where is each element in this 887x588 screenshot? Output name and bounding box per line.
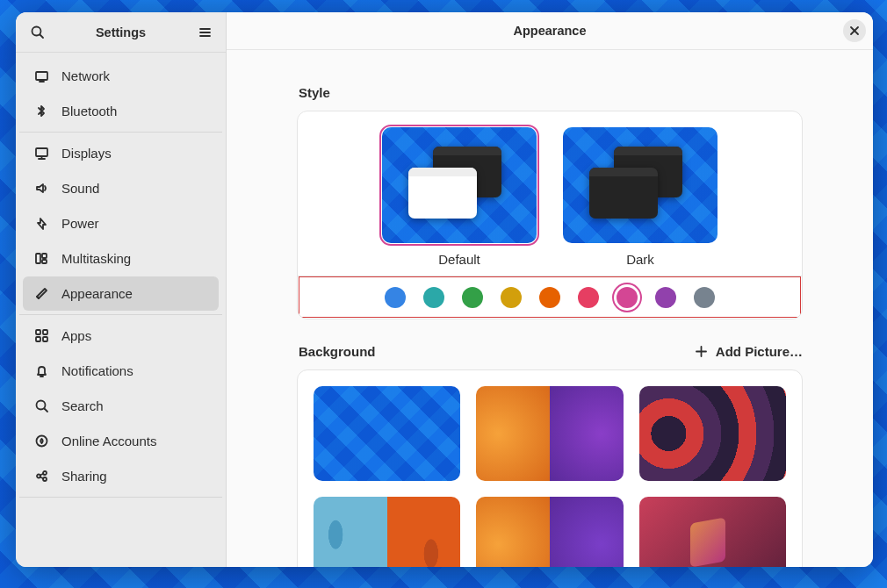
sidebar-item-label: Network [61, 68, 110, 83]
sidebar-item-search[interactable]: Search [23, 389, 219, 423]
appearance-icon [33, 286, 49, 301]
wallpaper-grid [298, 370, 802, 567]
sidebar-item-multitasking[interactable]: Multitasking [23, 241, 219, 276]
sidebar-item-online-accounts[interactable]: Online Accounts [23, 424, 219, 458]
sidebar-item-displays[interactable]: Displays [23, 136, 219, 170]
sidebar-item-label: Sound [61, 181, 99, 196]
style-previews: Default Dark [298, 111, 802, 276]
power-icon [33, 216, 49, 231]
wallpaper-orange-purple-blur[interactable] [476, 386, 623, 481]
sidebar-divider [19, 314, 222, 315]
style-thumb-dark [563, 127, 718, 243]
svg-rect-14 [36, 330, 40, 334]
accent-color-row [298, 276, 802, 319]
svg-line-26 [40, 477, 43, 479]
search-button[interactable] [23, 18, 51, 47]
wallpaper-amber-purple[interactable] [476, 497, 623, 567]
search-icon [33, 398, 49, 413]
sidebar-item-label: Displays [61, 146, 112, 161]
displays-icon [33, 146, 49, 161]
accent-color-green[interactable] [462, 287, 483, 308]
sidebar-title: Settings [51, 25, 191, 39]
svg-rect-5 [36, 72, 47, 80]
accent-color-teal[interactable] [423, 287, 444, 308]
accent-color-yellow[interactable] [501, 287, 522, 308]
wallpaper-pills[interactable] [314, 497, 460, 567]
svg-rect-10 [36, 254, 40, 263]
style-section-title: Style [299, 85, 803, 100]
settings-window: Settings NetworkBluetoothDisplaysSoundPo… [16, 12, 873, 567]
apps-icon [33, 328, 49, 343]
svg-line-25 [40, 474, 43, 476]
sidebar-item-notifications[interactable]: Notifications [23, 354, 219, 388]
sound-icon [33, 181, 49, 196]
sidebar-divider [19, 497, 222, 498]
background-card [297, 369, 803, 567]
background-header: Background Add Picture… [299, 344, 803, 359]
svg-point-21 [36, 436, 47, 447]
network-icon [33, 68, 49, 83]
bluetooth-icon [33, 104, 49, 118]
style-option-dark[interactable]: Dark [563, 127, 718, 267]
sharing-icon [33, 469, 49, 484]
wallpaper-dark-waves[interactable] [639, 386, 786, 481]
sidebar-list: NetworkBluetoothDisplaysSoundPowerMultit… [16, 53, 226, 506]
accent-color-pink[interactable] [617, 287, 638, 308]
sidebar-item-label: Power [61, 216, 99, 231]
content-header: Appearance [227, 12, 873, 50]
style-label-dark: Dark [563, 252, 718, 267]
sidebar-item-power[interactable]: Power [23, 206, 219, 240]
sidebar-item-label: Online Accounts [61, 434, 156, 448]
content-body: Style Default [227, 50, 873, 567]
sidebar-item-label: Appearance [61, 286, 133, 301]
hamburger-icon [198, 25, 213, 39]
svg-rect-7 [36, 148, 47, 156]
style-card: Default Dark [297, 111, 803, 319]
style-label-default: Default [382, 252, 537, 267]
accent-color-red[interactable] [578, 287, 599, 308]
sidebar-item-network[interactable]: Network [23, 59, 219, 93]
svg-rect-11 [42, 254, 47, 258]
accent-color-slate[interactable] [694, 287, 715, 308]
sidebar-item-label: Sharing [61, 469, 107, 484]
sidebar-item-label: Multitasking [61, 251, 131, 266]
multitasking-icon [33, 251, 49, 266]
add-picture-label: Add Picture… [716, 344, 803, 359]
wallpaper-glass[interactable] [639, 497, 786, 567]
accent-color-blue[interactable] [385, 287, 406, 308]
close-icon [849, 25, 860, 36]
search-icon [30, 25, 45, 39]
sidebar-item-label: Apps [61, 328, 91, 343]
svg-rect-12 [42, 260, 47, 263]
wallpaper-blue-triangles[interactable] [314, 386, 460, 481]
sidebar-header: Settings [16, 12, 226, 53]
background-section-title: Background [299, 344, 376, 359]
online-accounts-icon [33, 434, 49, 448]
svg-rect-16 [36, 337, 40, 341]
notifications-icon [33, 363, 49, 378]
svg-line-1 [40, 35, 43, 39]
page-title: Appearance [227, 24, 873, 38]
sidebar-item-sharing[interactable]: Sharing [23, 459, 219, 493]
sidebar-divider [19, 132, 222, 133]
accent-color-orange[interactable] [539, 287, 560, 308]
svg-rect-17 [43, 337, 47, 341]
svg-rect-15 [43, 330, 47, 334]
sidebar-item-label: Notifications [61, 363, 133, 378]
sidebar-item-appearance[interactable]: Appearance [23, 276, 219, 311]
style-thumb-default [382, 127, 537, 243]
style-option-default[interactable]: Default [382, 127, 537, 267]
sidebar-item-apps[interactable]: Apps [23, 319, 219, 353]
menu-button[interactable] [191, 18, 219, 47]
svg-line-20 [44, 409, 47, 412]
sidebar-item-sound[interactable]: Sound [23, 171, 219, 205]
sidebar-item-label: Bluetooth [61, 104, 117, 118]
content-area: Appearance Style Default [227, 12, 873, 567]
add-picture-button[interactable]: Add Picture… [694, 344, 803, 359]
svg-line-13 [37, 297, 39, 298]
sidebar: Settings NetworkBluetoothDisplaysSoundPo… [16, 12, 227, 567]
sidebar-item-label: Search [61, 398, 104, 413]
close-button[interactable] [843, 19, 866, 42]
accent-color-purple[interactable] [655, 287, 676, 308]
sidebar-item-bluetooth[interactable]: Bluetooth [23, 94, 219, 128]
